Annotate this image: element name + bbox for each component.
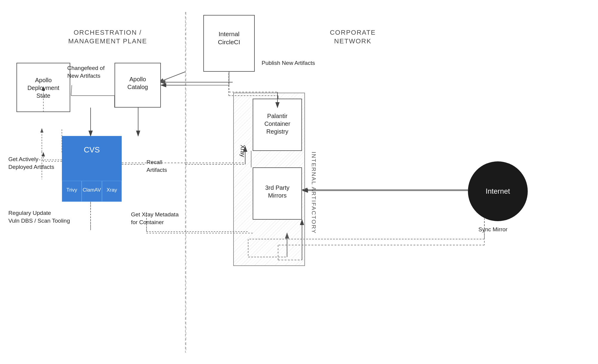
changefeed-label: Changefeed ofNew Artifacts — [67, 64, 120, 79]
regularly-update-label: Regulary UpdateVuln DBS / Scan Tooling — [8, 209, 77, 224]
svg-line-28 — [71, 85, 72, 96]
internal-artifactory-label: INTERNAL ARTIFACTORY — [308, 109, 317, 276]
third-party-mirrors-label: 3rd PartyMirrors — [253, 184, 302, 199]
recall-artifacts-label: RecallArtifacts — [147, 158, 196, 174]
internal-circleci-label: InternalCircleCI — [203, 30, 255, 46]
cvs-label: CVS — [62, 145, 122, 155]
get-xray-metadata-label: Get Xray Metadatafor Container — [131, 211, 194, 226]
orchestration-title: ORCHESTRATION /MANAGEMENT PLANE — [57, 28, 158, 45]
internet-circle: Internet — [468, 161, 528, 221]
apollo-catalog-label: ApolloCatalog — [115, 75, 161, 91]
apollo-deployment-state-label: ApolloDeploymentState — [16, 76, 70, 100]
corporate-title: CORPORATENETWORK — [314, 28, 392, 45]
palantir-registry-label: PalantirContainerRegistry — [253, 112, 302, 135]
internet-label: Internet — [486, 187, 510, 195]
get-actively-label: Get ActivelyDeployed Artifacts — [8, 155, 61, 171]
xray-sub-label: Xray — [102, 187, 122, 193]
svg-line-1 — [158, 72, 185, 82]
clamav-label: ClamAV — [82, 187, 102, 193]
xray-vertical-label: Xray — [237, 133, 246, 169]
diagram: dotted right to xray area --> — [0, 0, 598, 364]
trivy-label: Trivy — [62, 187, 82, 193]
publish-new-label: Publish New Artifacts — [262, 59, 327, 67]
sync-mirror-label: Sync Mirror — [478, 226, 526, 233]
